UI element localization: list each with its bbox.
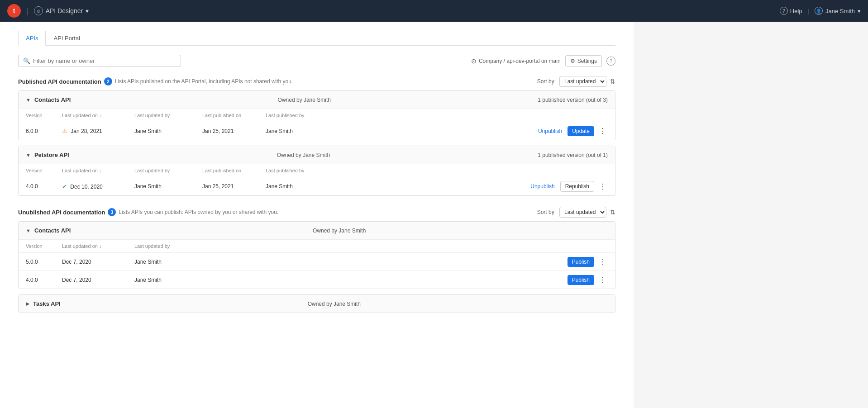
unpublished-section-header: Unublished API documentation 3 Lists API…	[18, 207, 615, 218]
contacts-published-chevron[interactable]: ▼	[26, 97, 31, 103]
unpublished-sort: Sort by: Last updated ⇅	[537, 207, 615, 218]
contacts-unpublished-name: Contacts API	[34, 227, 71, 234]
update-button[interactable]: Update	[568, 126, 594, 136]
col-header-published-by: Last published by	[266, 113, 334, 118]
contacts-published-owner: Owned by Jane Smith	[71, 97, 538, 103]
published-badge: 2	[104, 77, 112, 85]
more-options-button[interactable]: ⋮	[597, 181, 608, 192]
header-divider-1: |	[26, 6, 29, 16]
app-logo[interactable]: t	[7, 4, 21, 18]
tab-bar: APIs API Portal	[18, 31, 615, 46]
petstore-api-published-group: ▼ Petstore API Owned by Jane Smith 1 pub…	[18, 146, 615, 196]
row-actions: Unpublish Update ⋮	[535, 126, 608, 136]
petstore-published-versions: 1 published version (out of 1)	[538, 152, 608, 158]
contacts-unpublished-table: Version Last updated on ↓ Last updated b…	[19, 240, 615, 289]
tab-apis[interactable]: APIs	[18, 31, 46, 46]
petstore-published-table: Version Last updated on ↓ Last updated b…	[19, 164, 615, 195]
contacts-api-unpublished-group: ▼ Contacts API Owned by Jane Smith Versi…	[18, 221, 615, 289]
col-header-version: Version	[26, 113, 62, 118]
app-brand[interactable]: ⊙ API Designer ▾	[34, 6, 89, 15]
row-version: 4.0.0	[26, 183, 62, 190]
success-icon: ✔	[62, 183, 67, 190]
sort-order-icon-2[interactable]: ⇅	[610, 209, 615, 216]
published-section-header: Published API documentation 2 Lists APIs…	[18, 76, 615, 87]
publish-button[interactable]: Publish	[568, 275, 594, 285]
col-header-version: Version	[26, 168, 62, 173]
row-actions: Publish ⋮	[568, 256, 608, 267]
user-menu[interactable]: 👤 Jane Smith ▾	[815, 7, 861, 15]
tab-api-portal[interactable]: API Portal	[46, 31, 88, 46]
row-updated-on: Dec 7, 2020	[62, 259, 134, 265]
help-icon: ?	[780, 7, 788, 15]
tasks-api-unpublished-header: ▶ Tasks API Owned by Jane Smith	[19, 295, 615, 313]
contacts-api-published-header: ▼ Contacts API Owned by Jane Smith 1 pub…	[19, 91, 615, 109]
info-button[interactable]: ?	[606, 57, 615, 66]
row-updated-on: ✔ Dec 10, 2020	[62, 183, 134, 190]
row-updated-by: Jane Smith	[134, 259, 202, 265]
row-updated-on: ⚠ Jan 28, 2021	[62, 128, 134, 134]
row-actions: Publish ⋮	[568, 275, 608, 285]
row-version: 5.0.0	[26, 259, 62, 265]
published-desc: Lists APIs published on the API Portal, …	[115, 78, 293, 85]
unpublished-sort-select[interactable]: Last updated	[559, 207, 606, 218]
row-updated-by: Jane Smith	[134, 128, 202, 134]
col-header-version: Version	[26, 243, 62, 249]
tasks-unpublished-chevron[interactable]: ▶	[26, 301, 29, 307]
petstore-published-name: Petstore API	[34, 152, 69, 158]
table-row: 4.0.0 ✔ Dec 10, 2020 Jane Smith Jan 25, …	[19, 177, 615, 195]
company-link[interactable]: ⊙ Company / api-dev-portal on main	[471, 57, 561, 65]
contacts-api-published-group: ▼ Contacts API Owned by Jane Smith 1 pub…	[18, 90, 615, 140]
more-options-button[interactable]: ⋮	[597, 275, 608, 285]
col-header-updated-by: Last updated by	[134, 168, 202, 173]
contacts-published-table-header: Version Last updated on ↓ Last updated b…	[19, 109, 615, 122]
user-icon: 👤	[815, 7, 823, 15]
brand-icon: ⊙	[34, 6, 43, 15]
tasks-api-unpublished-group: ▶ Tasks API Owned by Jane Smith	[18, 294, 615, 313]
brand-name: API Designer	[46, 7, 83, 14]
more-options-button[interactable]: ⋮	[597, 126, 608, 136]
contacts-unpublished-owner: Owned by Jane Smith	[71, 228, 608, 234]
contacts-published-table: Version Last updated on ↓ Last updated b…	[19, 109, 615, 140]
row-published-on: Jan 25, 2021	[202, 183, 266, 190]
unpublish-button[interactable]: Unpublish	[535, 126, 565, 136]
more-options-button[interactable]: ⋮	[597, 256, 608, 267]
col-header-updated-on: Last updated on ↓	[62, 168, 134, 173]
published-sort-select[interactable]: Last updated	[559, 76, 606, 87]
user-name: Jane Smith	[825, 8, 855, 14]
tasks-unpublished-owner: Owned by Jane Smith	[61, 301, 608, 307]
row-updated-on: Dec 7, 2020	[62, 277, 134, 283]
search-input[interactable]	[33, 57, 176, 64]
header-divider-2: |	[808, 8, 809, 14]
petstore-published-owner: Owned by Jane Smith	[69, 152, 538, 158]
table-row: 6.0.0 ⚠ Jan 28, 2021 Jane Smith Jan 25, …	[19, 122, 615, 140]
row-published-by: Jane Smith	[266, 128, 334, 134]
search-box[interactable]: 🔍	[18, 55, 181, 67]
help-link[interactable]: ? Help	[780, 7, 802, 15]
col-header-published-on: Last published on	[202, 113, 266, 118]
published-title: Published API documentation	[18, 78, 101, 85]
contacts-published-versions: 1 published version (out of 3)	[538, 97, 608, 103]
settings-icon: ⚙	[570, 58, 575, 64]
unpublished-desc: Lists APIs you can publish: APIs owned b…	[119, 209, 278, 215]
toolbar-right: ⊙ Company / api-dev-portal on main ⚙ Set…	[471, 55, 615, 67]
settings-button[interactable]: ⚙ Settings	[565, 55, 602, 67]
sort-order-icon[interactable]: ⇅	[610, 78, 615, 85]
row-version: 6.0.0	[26, 128, 62, 134]
search-icon: 🔍	[23, 57, 30, 64]
col-header-published-on: Last published on	[202, 168, 266, 173]
contacts-api-unpublished-header: ▼ Contacts API Owned by Jane Smith	[19, 222, 615, 240]
contacts-unpublished-chevron[interactable]: ▼	[26, 228, 31, 233]
brand-chevron: ▾	[86, 7, 89, 14]
row-actions: Unpublish Republish ⋮	[528, 181, 608, 192]
petstore-published-chevron[interactable]: ▼	[26, 152, 31, 158]
unpublish-button[interactable]: Unpublish	[528, 181, 557, 191]
row-published-on: Jan 25, 2021	[202, 128, 266, 134]
republish-button[interactable]: Republish	[560, 181, 594, 192]
user-chevron: ▾	[858, 8, 861, 14]
table-row: 4.0.0 Dec 7, 2020 Jane Smith Publish ⋮	[19, 271, 615, 289]
tasks-unpublished-name: Tasks API	[33, 300, 61, 307]
unpublished-title: Unublished API documentation	[18, 209, 105, 216]
publish-button[interactable]: Publish	[568, 257, 594, 267]
col-header-updated-on: Last updated on ↓	[62, 243, 134, 249]
col-header-published-by: Last published by	[266, 168, 334, 173]
